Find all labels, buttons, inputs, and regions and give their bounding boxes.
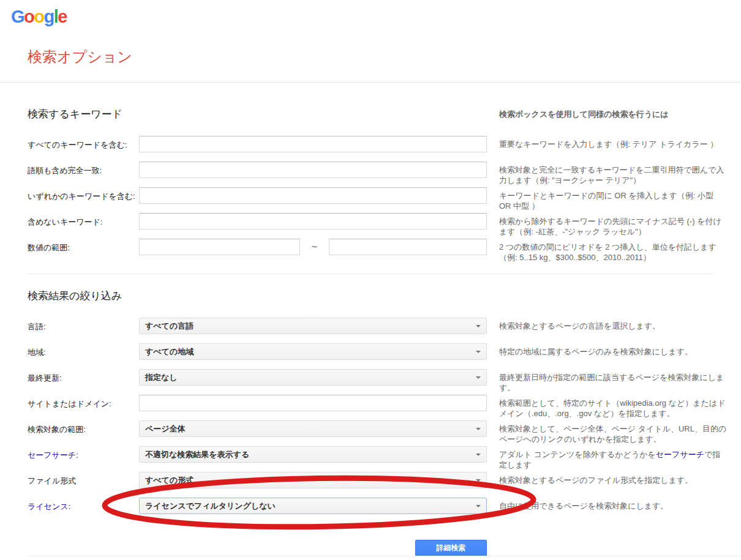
footer-divider (28, 556, 741, 556)
field-label: 検索対象の範囲: (28, 420, 139, 435)
chevron-down-icon (476, 454, 481, 456)
field-label: 数値の範囲: (28, 239, 139, 253)
chevron-down-icon (476, 325, 481, 327)
region-select-value: すべての地域 (145, 347, 194, 356)
row-license: ライセンス: ライセンスでフィルタリングしない 自由に使用できるページを検索対象… (28, 498, 741, 523)
row-all-keywords: すべてのキーワードを含む: 重要なキーワードを入力します（例: テリア トライカ… (28, 136, 741, 162)
row-number-range: 数値の範囲: ~ 2 つの数値の間にピリオドを 2 つ挿入し、単位を付記します（… (28, 239, 741, 264)
field-help: 最終更新日時が指定の範囲に該当するページを検索対象にします。 (499, 369, 727, 393)
file-format-select-value: すべての形式 (145, 476, 194, 485)
section-title-keywords: 検索するキーワード (28, 107, 499, 121)
number-range-low-input[interactable] (139, 239, 300, 255)
page-header: Google 検索オプション (0, 0, 741, 83)
field-help: 検索対象と完全に一致するキーワードを二重引用符で囲んで入力します（例: "ヨーク… (499, 162, 727, 185)
logo-letter: o (34, 7, 43, 26)
help-text: アダルト コンテンツを除外するかどうかを (499, 450, 656, 459)
chevron-down-icon (476, 351, 481, 353)
safesearch-help-link[interactable]: セーフサーチ (656, 450, 704, 459)
license-select-value: ライセンスでフィルタリングしない (145, 501, 276, 510)
last-update-select[interactable]: 指定なし (139, 369, 487, 386)
chevron-down-icon (476, 428, 481, 430)
field-label: 語順も含め完全一致: (28, 162, 139, 176)
range-separator: ~ (300, 242, 329, 253)
section-title-refine: 検索結果の絞り込み (28, 289, 499, 303)
row-search-scope: 検索対象の範囲: ページ全体 検索対象として、ページ全体、ページ タイトル、UR… (28, 420, 741, 446)
advanced-search-button[interactable]: 詳細検索 (415, 540, 487, 556)
row-exact-phrase: 語順も含め完全一致: 検索対象と完全に一致するキーワードを二重引用符で囲んで入力… (28, 162, 741, 187)
field-label: 言語: (28, 318, 139, 332)
logo-letter: e (58, 7, 67, 26)
logo-letter: o (24, 7, 34, 26)
search-scope-select-value: ページ全体 (145, 424, 186, 433)
row-file-format: ファイル形式 すべての形式 検索対象とするページのファイル形式を指定します。 (28, 472, 741, 498)
last-update-select-value: 指定なし (145, 373, 178, 382)
license-select[interactable]: ライセンスでフィルタリングしない (139, 498, 487, 514)
field-label: 最終更新: (28, 369, 139, 384)
field-label: ファイル形式 (28, 472, 139, 487)
field-help: 特定の地域に属するページのみを検索対象にします。 (499, 343, 727, 357)
license-label-link[interactable]: ライセンス: (28, 502, 70, 511)
field-help: キーワードとキーワードの間に OR を挿入します（例: 小型 OR 中型 ） (499, 187, 727, 211)
none-keywords-input[interactable] (139, 213, 487, 230)
site-domain-input[interactable] (139, 395, 487, 411)
field-help: 自由に使用できるページを検索対象にします。 (499, 498, 727, 511)
header-divider (0, 82, 741, 83)
field-label: 含めないキーワード: (28, 213, 139, 228)
any-keywords-input[interactable] (139, 187, 487, 204)
row-site-domain: サイトまたはドメイン: 検索範囲として、特定のサイト（wikipedia.org… (28, 395, 741, 420)
chevron-down-icon (476, 376, 481, 379)
chevron-down-icon (476, 505, 481, 507)
file-format-select[interactable]: すべての形式 (139, 472, 487, 488)
google-logo: Google (11, 6, 741, 27)
field-label: 地域: (28, 343, 139, 358)
row-last-update: 最終更新: 指定なし 最終更新日時が指定の範囲に該当するページを検索対象にします… (28, 369, 741, 395)
field-label: すべてのキーワードを含む: (28, 136, 139, 151)
safesearch-label-link[interactable]: セーフサーチ: (28, 450, 78, 460)
exact-phrase-input[interactable] (139, 162, 487, 178)
row-region: 地域: すべての地域 特定の地域に属するページのみを検索対象にします。 (28, 343, 741, 369)
row-any-keywords: いずれかのキーワードを含む: キーワードとキーワードの間に OR を挿入します（… (28, 187, 741, 213)
logo-letter: G (11, 7, 24, 26)
row-safesearch: セーフサーチ: 不適切な検索結果を表示する アダルト コンテンツを除外するかどう… (28, 446, 741, 472)
logo-letter: g (44, 7, 54, 26)
field-help: 検索対象とするページの言語を選択します。 (499, 318, 727, 331)
page-title: 検索オプション (28, 48, 741, 66)
safesearch-select[interactable]: 不適切な検索結果を表示する (139, 446, 487, 463)
help-column-heading: 検索ボックスを使用して同様の検索を行うには (499, 107, 726, 120)
field-help: 検索から除外するキーワードの先頭にマイナス記号 (-) を付けます（例: -紅茶… (499, 213, 727, 237)
field-help: 重要なキーワードを入力します（例: テリア トライカラー ） (499, 136, 727, 149)
row-none-keywords: 含めないキーワード: 検索から除外するキーワードの先頭にマイナス記号 (-) を… (28, 213, 741, 239)
field-help: アダルト コンテンツを除外するかどうかをセーフサーチで指定します (499, 446, 727, 470)
field-help: 検索対象として、ページ全体、ページ タイトル、URL、目的のページへのリンクのい… (499, 420, 727, 444)
row-language: 言語: すべての言語 検索対象とするページの言語を選択します。 (28, 318, 741, 343)
search-scope-select[interactable]: ページ全体 (139, 420, 487, 437)
field-help: 検索対象とするページのファイル形式を指定します。 (499, 472, 727, 485)
field-help: 検索範囲として、特定のサイト（wikipedia.org など）またはドメイン（… (499, 395, 727, 419)
language-select[interactable]: すべての言語 (139, 318, 487, 334)
language-select-value: すべての言語 (145, 321, 194, 330)
section-divider (28, 274, 713, 274)
number-range-high-input[interactable] (329, 239, 487, 255)
region-select[interactable]: すべての地域 (139, 343, 487, 360)
field-label: サイトまたはドメイン: (28, 395, 139, 409)
field-help: 2 つの数値の間にピリオドを 2 つ挿入し、単位を付記します（例: 5..15 … (499, 239, 727, 263)
chevron-down-icon (476, 479, 481, 482)
safesearch-select-value: 不適切な検索結果を表示する (145, 450, 249, 459)
field-label: いずれかのキーワードを含む: (28, 187, 139, 202)
all-keywords-input[interactable] (139, 136, 487, 152)
